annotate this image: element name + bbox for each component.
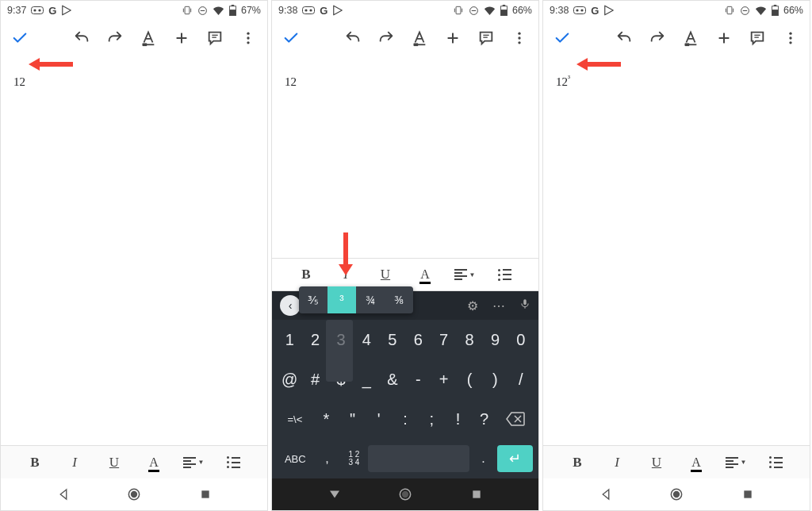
key-backspace[interactable] xyxy=(498,404,533,434)
key-dquote[interactable]: " xyxy=(340,404,365,434)
nav-home[interactable] xyxy=(396,486,414,503)
redo-button[interactable] xyxy=(105,29,124,48)
key-2[interactable]: 2 xyxy=(303,325,327,355)
nav-recent[interactable] xyxy=(468,486,485,503)
mic-icon[interactable] xyxy=(519,297,530,314)
undo-button[interactable] xyxy=(343,29,362,48)
comment-button[interactable] xyxy=(477,29,496,48)
nav-home[interactable] xyxy=(668,486,685,503)
key-squote[interactable]: ' xyxy=(366,404,391,434)
nav-recent[interactable] xyxy=(197,486,214,503)
text-color-button[interactable]: A xyxy=(686,452,707,473)
fraction-option[interactable]: ⅗ xyxy=(299,286,327,313)
key-bang[interactable]: ! xyxy=(446,404,470,434)
done-checkmark[interactable] xyxy=(10,29,29,48)
key-3[interactable]: 3 xyxy=(329,325,353,355)
key-colon[interactable]: : xyxy=(393,404,417,434)
key-spacebar[interactable] xyxy=(368,445,469,472)
google-g-icon: G xyxy=(48,5,56,17)
redo-button[interactable] xyxy=(377,29,396,48)
key-question[interactable]: ? xyxy=(472,404,496,434)
bold-button[interactable]: B xyxy=(296,264,316,285)
bullet-list-button[interactable] xyxy=(765,452,786,473)
app-toolbar xyxy=(272,20,538,56)
document-canvas[interactable]: 12³ xyxy=(543,56,810,445)
document-canvas[interactable]: 12 xyxy=(1,56,267,445)
text-format-button[interactable] xyxy=(410,29,429,48)
key-amp[interactable]: & xyxy=(381,364,404,394)
key-6[interactable]: 6 xyxy=(406,325,430,355)
key-hash[interactable]: # xyxy=(303,364,327,394)
key-slash[interactable]: / xyxy=(509,364,533,394)
overflow-menu[interactable] xyxy=(239,29,258,48)
insert-button[interactable] xyxy=(714,29,733,48)
key-plus[interactable]: + xyxy=(431,364,455,394)
nav-back[interactable] xyxy=(597,486,615,503)
comment-button[interactable] xyxy=(748,29,767,48)
key-4[interactable]: 4 xyxy=(354,325,378,355)
fraction-option[interactable]: ⅜ xyxy=(385,286,413,313)
bold-button[interactable]: B xyxy=(25,452,45,473)
insert-button[interactable] xyxy=(443,29,462,48)
nav-back[interactable] xyxy=(326,486,343,503)
key-5[interactable]: 5 xyxy=(381,325,404,355)
key-enter[interactable]: ↵ xyxy=(497,445,533,472)
underline-button[interactable]: U xyxy=(646,452,667,473)
more-icon[interactable]: ⋯ xyxy=(492,298,505,313)
key-underscore[interactable]: _ xyxy=(354,364,378,394)
key-0[interactable]: 0 xyxy=(509,325,533,355)
phone-panel-1: 9:37 G 67% xyxy=(0,0,268,511)
nav-recent[interactable] xyxy=(739,486,756,503)
align-button[interactable]: ▼ xyxy=(454,264,475,285)
fraction-option[interactable]: ¾ xyxy=(356,286,385,313)
key-rparen[interactable]: ) xyxy=(483,364,507,394)
nav-back[interactable] xyxy=(55,486,72,503)
undo-button[interactable] xyxy=(615,29,634,48)
key-1[interactable]: 1 xyxy=(278,325,301,355)
italic-button[interactable]: I xyxy=(64,452,85,473)
redo-button[interactable] xyxy=(648,29,667,48)
insert-button[interactable] xyxy=(172,29,191,48)
key-fractions[interactable]: 1 23 4 xyxy=(341,444,366,474)
key-minus[interactable]: - xyxy=(406,364,430,394)
underline-button[interactable]: U xyxy=(104,452,124,473)
italic-button[interactable]: I xyxy=(607,452,627,473)
svg-rect-63 xyxy=(772,10,779,15)
text-color-button[interactable]: A xyxy=(144,452,164,473)
document-canvas[interactable]: 12 xyxy=(272,56,538,258)
key-7[interactable]: 7 xyxy=(431,325,455,355)
fraction-option-selected[interactable]: ³ xyxy=(327,286,356,313)
settings-icon[interactable]: ⚙ xyxy=(467,298,478,313)
keyboard-collapse[interactable]: ‹ xyxy=(280,295,301,316)
keyboard-row-3: =\< * " ' : ; ! ? xyxy=(272,399,538,439)
key-semicolon[interactable]: ; xyxy=(419,404,444,434)
align-button[interactable]: ▼ xyxy=(183,452,204,473)
key-8[interactable]: 8 xyxy=(458,325,481,355)
key-abc[interactable]: ABC xyxy=(278,444,313,474)
overflow-menu[interactable] xyxy=(781,29,800,48)
nav-home[interactable] xyxy=(125,486,143,503)
svg-point-54 xyxy=(576,9,579,11)
align-button[interactable]: ▼ xyxy=(726,452,746,473)
text-format-button[interactable] xyxy=(681,29,700,48)
done-checkmark[interactable] xyxy=(553,29,572,48)
underline-button[interactable]: U xyxy=(375,264,396,285)
done-checkmark[interactable] xyxy=(282,29,301,48)
bullet-list-button[interactable] xyxy=(223,452,243,473)
key-at[interactable]: @ xyxy=(278,364,301,394)
text-color-button[interactable]: A xyxy=(415,264,435,285)
key-period[interactable]: . xyxy=(471,444,496,474)
key-9[interactable]: 9 xyxy=(483,325,507,355)
key-lparen[interactable]: ( xyxy=(458,364,481,394)
key-star[interactable]: * xyxy=(314,404,339,434)
overflow-menu[interactable] xyxy=(510,29,529,48)
key-comma[interactable]: , xyxy=(315,444,340,474)
undo-button[interactable] xyxy=(72,29,91,48)
text-format-button[interactable] xyxy=(139,29,158,48)
comment-button[interactable] xyxy=(205,29,224,48)
bullet-list-button[interactable] xyxy=(494,264,515,285)
status-bar: 9:38 G 66% xyxy=(272,1,538,20)
bold-button[interactable]: B xyxy=(567,452,588,473)
vr-icon xyxy=(302,6,315,14)
key-symbols-page[interactable]: =\< xyxy=(278,404,312,434)
